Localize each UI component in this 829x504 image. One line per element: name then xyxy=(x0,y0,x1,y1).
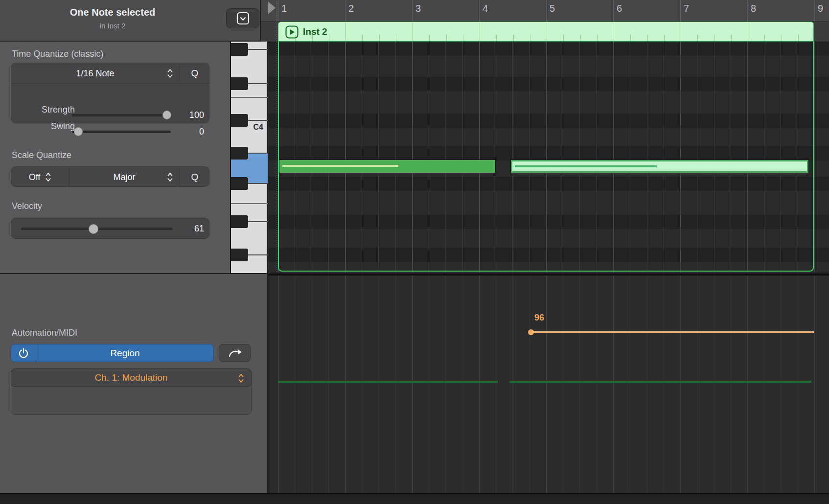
stepper-chevrons-icon xyxy=(167,172,173,183)
region-beat-tick xyxy=(496,35,497,41)
scale-quantize-apply-button[interactable]: Q xyxy=(180,167,210,187)
strength-slider-track[interactable] xyxy=(72,114,171,116)
region-beat-tick xyxy=(664,35,665,41)
horizontal-scrollbar[interactable] xyxy=(0,493,829,504)
ruler-bar-tick xyxy=(412,0,413,22)
ruler-bar-tick xyxy=(345,0,345,22)
grid-lines xyxy=(278,275,817,493)
inspector-disclosure-button[interactable] xyxy=(226,8,259,28)
region-beat-tick xyxy=(782,35,782,41)
scale-root-value: Off xyxy=(29,172,41,183)
region-outline xyxy=(278,42,814,272)
piano-key-black[interactable] xyxy=(231,249,248,261)
ruler-bar-number: 6 xyxy=(617,3,622,14)
velocity-value: 61 xyxy=(175,224,204,234)
strength-slider-handle[interactable] xyxy=(162,111,171,119)
piano-keyboard[interactable]: C4 xyxy=(230,42,267,273)
region-beat-tick xyxy=(463,35,463,41)
region-beat-tick xyxy=(697,35,698,41)
quantize-apply-button[interactable]: Q xyxy=(180,63,210,84)
swing-value: 0 xyxy=(175,127,204,137)
selection-status: One Note selected xyxy=(0,7,225,18)
key-separator xyxy=(248,49,268,50)
swing-slider-handle[interactable] xyxy=(74,127,83,136)
quantize-value-popup[interactable]: 1/16 Note xyxy=(11,63,179,84)
region-beat-tick xyxy=(379,35,380,41)
region-bar-line xyxy=(345,22,346,42)
ruler-bar-number: 2 xyxy=(348,3,354,14)
region-bar-line xyxy=(413,22,413,42)
key-separator xyxy=(248,183,268,184)
scale-type-popup[interactable]: Major xyxy=(69,167,179,187)
region-header[interactable]: Inst 2 xyxy=(278,22,814,42)
ruler-bar-number: 7 xyxy=(684,3,689,14)
stepper-chevrons-icon xyxy=(167,68,173,79)
region-bar-line xyxy=(614,22,614,42)
ruler-bar-tick xyxy=(747,0,748,22)
automation-route-button[interactable] xyxy=(219,344,251,362)
ruler-bar-tick xyxy=(479,0,480,22)
automation-mode-label: Region xyxy=(36,344,214,362)
automation-curve[interactable] xyxy=(533,331,814,333)
automation-midi-title: Automation/MIDI xyxy=(12,328,77,338)
region-beat-tick xyxy=(362,35,363,41)
piano-key-selected[interactable] xyxy=(248,153,268,183)
region-beat-tick xyxy=(563,35,564,41)
piano-key-black[interactable] xyxy=(231,177,248,190)
ruler-bar-tick xyxy=(278,0,278,22)
swing-label: Swing xyxy=(21,121,75,132)
region-bar-line xyxy=(681,22,681,42)
midi-note-selected[interactable] xyxy=(279,160,496,173)
region-beat-tick xyxy=(530,35,530,41)
swing-slider-track[interactable] xyxy=(72,131,171,133)
piano-key-black[interactable] xyxy=(231,147,248,160)
quantize-value: 1/16 Note xyxy=(76,69,114,79)
automation-parameter-popup[interactable]: Ch. 1: Modulation xyxy=(11,368,252,387)
region-beat-tick xyxy=(731,35,732,41)
piano-key-black[interactable] xyxy=(231,77,248,90)
region-beat-tick xyxy=(630,35,631,41)
scale-root-popup[interactable]: Off xyxy=(11,167,69,187)
automation-power-toggle[interactable] xyxy=(11,344,36,362)
region-beat-tick xyxy=(396,35,396,41)
key-separator xyxy=(231,97,268,98)
key-separator xyxy=(248,254,268,255)
region-beat-tick xyxy=(329,35,329,41)
ruler-bar-tick xyxy=(613,0,614,22)
ruler-bar-number: 3 xyxy=(415,3,421,14)
automation-lane[interactable]: 96 xyxy=(268,274,829,493)
piano-key-black[interactable] xyxy=(231,43,248,56)
midi-note[interactable] xyxy=(510,160,809,173)
region-play-button[interactable] xyxy=(285,25,299,39)
time-quantize-title: Time Quantize (classic) xyxy=(12,49,103,59)
region-name: Inst 2 xyxy=(303,26,327,37)
ruler-bar-tick xyxy=(814,0,815,22)
velocity-slider-handle[interactable] xyxy=(89,224,98,234)
velocity-title: Velocity xyxy=(12,201,42,211)
ruler-bar-number: 5 xyxy=(550,3,555,14)
region-beat-tick xyxy=(714,35,715,41)
region-beat-tick xyxy=(580,35,581,41)
piano-key-selected[interactable] xyxy=(231,160,248,177)
scale-quantize-title: Scale Quantize xyxy=(12,150,71,160)
piano-key-black[interactable] xyxy=(231,215,248,228)
note-velocity-stripe xyxy=(515,165,657,167)
key-separator xyxy=(248,221,268,222)
piano-roll-grid[interactable] xyxy=(268,42,829,273)
bar-ruler[interactable]: 123456789 xyxy=(261,0,829,22)
ruler-bar-number: 1 xyxy=(281,3,287,14)
automation-parameter-value: Ch. 1: Modulation xyxy=(95,372,168,383)
region-beat-tick xyxy=(764,35,765,41)
key-separator xyxy=(248,83,268,84)
strength-value: 100 xyxy=(175,110,204,120)
region-beat-tick xyxy=(513,35,514,41)
ruler-bar-tick xyxy=(546,0,547,22)
curved-arrow-icon xyxy=(227,347,243,359)
note-inspector-panel: Time Quantize (classic) 1/16 Note Q Stre… xyxy=(0,42,230,273)
region-bar-line xyxy=(547,22,547,42)
ruler-bar-number: 4 xyxy=(483,3,488,14)
note-indicator-line xyxy=(509,381,811,383)
region-bar-line xyxy=(748,22,748,42)
automation-mode-button[interactable]: Region xyxy=(11,344,214,362)
note-velocity-stripe xyxy=(282,165,398,167)
